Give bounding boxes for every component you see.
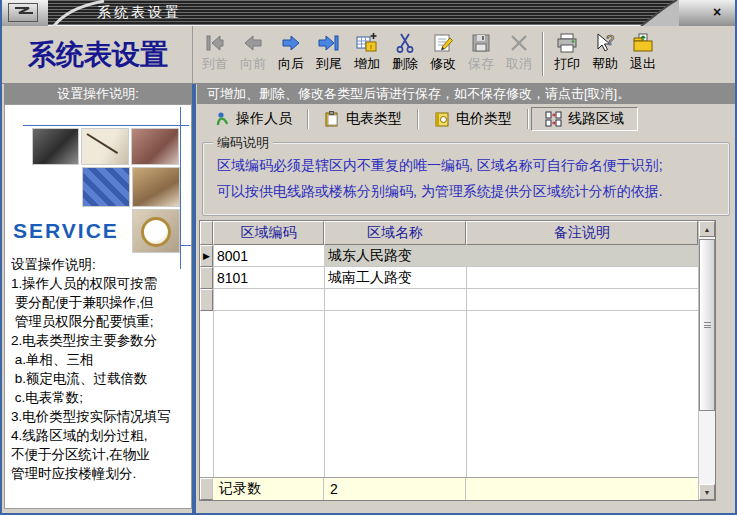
next-label: 向后 [278,56,304,71]
row-marker [200,289,213,311]
collage-photo-watchbook [132,167,180,207]
scrollbar-grip [704,322,711,328]
column-header-code[interactable]: 区域编码 [213,221,324,245]
instruction-line: 要分配便于兼职操作,但 [11,293,192,312]
first-button[interactable]: 到首 [196,30,234,78]
column-header-note[interactable]: 备注说明 [466,221,698,245]
region-table: 区域编码 区域名称 备注说明 ▶ 8001 城东人民路变 8101 城南工人路变 [199,220,716,501]
help-label: 帮助 [592,56,618,71]
column-header-name[interactable]: 区域名称 [324,221,466,245]
cancel-label: 取消 [506,56,532,71]
exit-icon [631,30,655,56]
add-button[interactable]: 增加 [348,30,386,78]
cancel-button[interactable]: 取消 [500,30,538,78]
collage-photo-keyboard [82,167,130,207]
cell-name[interactable]: 城南工人路变 [324,267,466,289]
save-label: 保存 [468,56,494,71]
table-header-row: 区域编码 区域名称 备注说明 [200,221,698,245]
print-icon [555,30,579,56]
record-count-label: 记录数 [213,478,324,500]
instruction-line: b.额定电流、过载倍数 [11,369,192,388]
scroll-up-icon[interactable]: ▲ [699,221,715,237]
price-type-icon [434,111,450,127]
scroll-down-icon[interactable]: ▼ [699,484,715,500]
scrollbar-thumb[interactable] [699,239,715,411]
table-row[interactable]: ▶ 8001 城东人民路变 [200,245,698,267]
close-icon[interactable]: × [708,4,726,22]
print-button[interactable]: 打印 [548,30,586,78]
instruction-line: 管理员权限分配要慎重; [11,312,192,331]
instruction-line: a.单相、三相 [11,350,192,369]
selector-column-header [200,221,213,245]
groupbox-legend: 编码说明 [213,134,273,152]
instruction-line: 1.操作人员的权限可按需 [11,274,192,293]
instruction-line: 设置操作说明: [11,255,192,274]
delete-label: 删除 [392,56,418,71]
pocketwatch-face [141,217,171,247]
sidebar-header-bar: 设置操作说明: [4,84,192,104]
notice-line: 区域编码必须是辖区内不重复的唯一编码, 区域名称可自行命名便于识别; [217,157,663,175]
app-logo-icon [8,3,38,22]
add-label: 增加 [354,56,380,71]
save-icon [469,30,493,56]
exit-label: 退出 [630,56,656,71]
tab-bar: 操作人员 电表类型 电价类型 线路区域 [201,106,638,132]
save-button[interactable]: 保存 [462,30,500,78]
tab-operators[interactable]: 操作人员 [201,107,305,131]
app-window: 系统表设置 × 系统表设置 到首 向前 [0,0,737,515]
table-row-empty [200,289,698,311]
add-icon [355,30,379,56]
instruction-line: 管理时应按楼幢划分. [11,464,192,483]
line-region-icon [545,111,562,127]
cell-note[interactable] [466,267,698,289]
toolbar-band: 系统表设置 到首 向前 向后 [2,26,735,84]
tab-separator [527,109,529,129]
cell-name[interactable]: 城东人民路变 [324,245,466,267]
cell-note[interactable] [466,245,698,267]
service-text: SERVICE [13,219,119,243]
tab-label: 电价类型 [456,110,512,128]
modify-icon [431,30,455,56]
cancel-icon [507,30,531,56]
cell-code[interactable]: 8001 [213,245,324,267]
sidebar-main-divider [192,84,196,513]
operator-icon [214,111,230,127]
exit-button[interactable]: 退出 [624,30,662,78]
meter-type-icon [324,111,340,127]
row-marker: ▶ [200,245,213,267]
titlebar-right-cap [677,0,735,26]
delete-button[interactable]: 删除 [386,30,424,78]
next-button[interactable]: 向后 [272,30,310,78]
instruction-line: 不便于分区统计,在物业 [11,445,192,464]
toolbar-separator [542,32,544,76]
cell-code[interactable]: 8101 [213,267,324,289]
prev-label: 向前 [240,56,266,71]
tab-price-type[interactable]: 电价类型 [421,107,525,131]
instruction-line: 2.电表类型按主要参数分 [11,331,192,350]
tab-line-region[interactable]: 线路区域 [531,107,638,131]
instruction-line: 4.线路区域的划分过粗, [11,426,192,445]
row-marker [200,267,213,289]
collage-photo-microscope [32,128,79,165]
page-title: 系统表设置 [4,26,193,83]
modify-button[interactable]: 修改 [424,30,462,78]
vertical-scrollbar[interactable]: ▲ ▼ [698,221,715,500]
sidebar-deco-line [23,125,189,126]
help-button[interactable]: ? 帮助 [586,30,624,78]
record-count-row: 记录数 2 [200,478,698,500]
help-icon: ? [593,30,617,56]
row-marker [200,478,213,500]
tab-separator [417,109,419,129]
tab-label: 操作人员 [236,110,292,128]
tab-separator [307,109,309,129]
print-label: 打印 [554,56,580,71]
prev-button[interactable]: 向前 [234,30,272,78]
table-row[interactable]: 8101 城南工人路变 [200,267,698,289]
operation-instructions: 设置操作说明: 1.操作人员的权限可按需 要分配便于兼职操作,但 管理员权限分配… [11,255,192,483]
main-header-bar: 可增加、删除、修改各类型后请进行保存，如不保存修改，请点击[取消]。 [197,84,737,104]
tab-meter-type[interactable]: 电表类型 [311,107,415,131]
titlebar: 系统表设置 × [2,0,735,26]
last-button[interactable]: 到尾 [310,30,348,78]
last-icon [317,30,341,56]
first-label: 到首 [202,56,228,71]
